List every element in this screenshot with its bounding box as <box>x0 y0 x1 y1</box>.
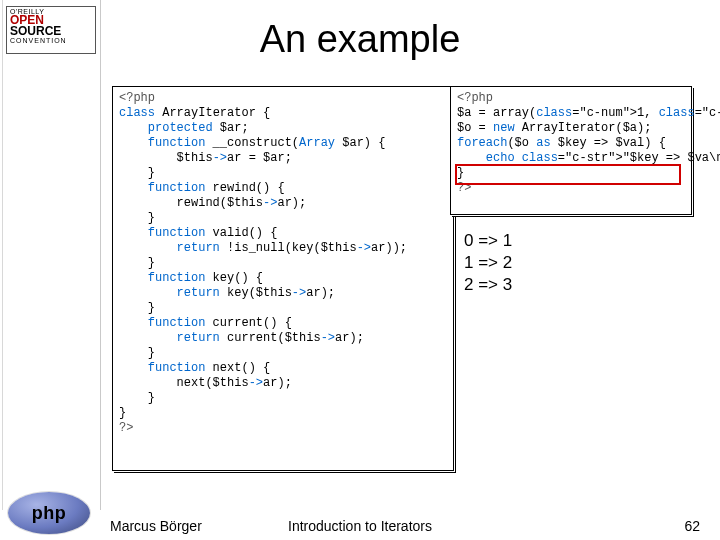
divider-left-outer <box>2 0 3 510</box>
divider-left-inner <box>100 0 101 510</box>
footer-page: 62 <box>684 518 700 534</box>
slide-title: An example <box>0 18 720 61</box>
code-right: <?php $a = array(class="c-num">1, class=… <box>450 86 692 215</box>
footer-title: Introduction to Iterators <box>0 518 720 534</box>
slide: O'REILLY OPEN SOURCE CONVENTION An examp… <box>0 0 720 540</box>
highlight-box <box>455 164 681 185</box>
output-text: 0 => 11 => 22 => 3 <box>464 230 692 296</box>
code-left: <?php class ArrayIterator { protected $a… <box>112 86 454 471</box>
